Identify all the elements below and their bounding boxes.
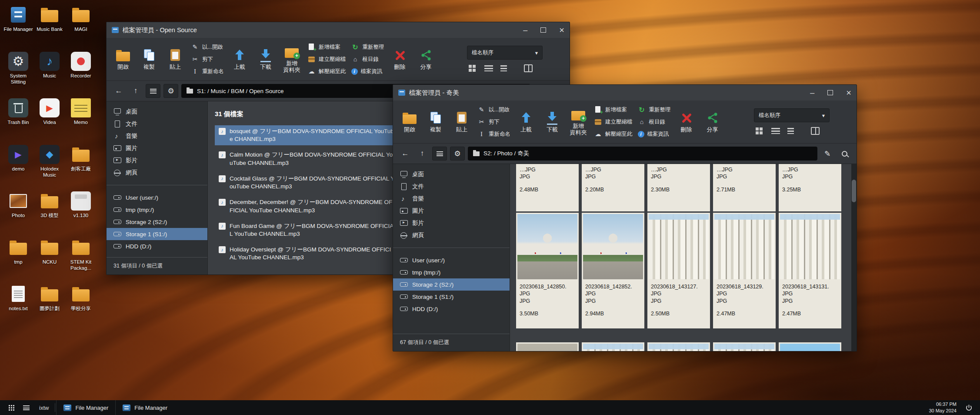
- desktop-icon[interactable]: NCKU: [34, 238, 65, 284]
- clock[interactable]: 06:37 PM 30 May 2024: [929, 401, 957, 414]
- menu-button[interactable]: [432, 147, 447, 161]
- new-file-button[interactable]: 新增檔案: [307, 41, 346, 53]
- extract-here-button[interactable]: ☁ 解壓縮至此: [594, 128, 633, 140]
- sidebar-drive-item[interactable]: tmp (tmp:/): [107, 204, 207, 216]
- open-button[interactable]: 開啟: [113, 48, 133, 70]
- task-menu-button[interactable]: [19, 400, 33, 415]
- sidebar-place-item[interactable]: 影片: [393, 217, 510, 229]
- desktop-icon[interactable]: tmp: [3, 238, 34, 284]
- file-row[interactable]: ♪ Fun Board Game @ フリーBGM DOVA-SYNDROME …: [215, 220, 404, 240]
- delete-button[interactable]: 刪除: [390, 48, 410, 70]
- refresh-button[interactable]: ↻ 重新整理: [351, 41, 384, 53]
- desktop-icon[interactable]: Music Bank: [34, 5, 65, 52]
- copy-button[interactable]: 複製: [425, 111, 446, 133]
- desktop-icon[interactable]: MAGI: [65, 5, 97, 52]
- view-grid-button[interactable]: [467, 64, 477, 73]
- new-file-button[interactable]: 新增檔案: [594, 104, 633, 115]
- file-row[interactable]: ♪ Calm Motion @ フリーBGM DOVA-SYNDROME OFF…: [215, 149, 404, 169]
- view-compact-button[interactable]: [787, 127, 794, 135]
- new-folder-button[interactable]: 新增 資料夾: [568, 107, 589, 136]
- desktop-icon[interactable]: Recorder: [65, 52, 97, 98]
- file-row[interactable]: ♪ December, December! @ フリーBGM DOVA-SYND…: [215, 196, 404, 216]
- desktop-icon[interactable]: 創客工廠: [65, 145, 97, 191]
- root-button[interactable]: ⌂ 根目錄: [351, 54, 384, 65]
- photo-tile[interactable]: [713, 342, 776, 351]
- desktop-icon[interactable]: 學校分享: [65, 284, 97, 331]
- upload-button[interactable]: 上載: [229, 48, 250, 70]
- rename-button[interactable]: I 重新命名: [191, 66, 224, 77]
- desktop-icon[interactable]: 圖夢計劃: [34, 284, 65, 331]
- download-button[interactable]: 下載: [542, 111, 563, 133]
- photo-tile[interactable]: …JPG JPG 2.48MB: [516, 164, 579, 211]
- view-compact-button[interactable]: [500, 64, 507, 73]
- maximize-button[interactable]: [827, 90, 833, 95]
- create-archive-button[interactable]: 建立壓縮檔: [307, 54, 346, 65]
- sidebar-place-item[interactable]: 音樂: [107, 130, 207, 142]
- desktop-icon[interactable]: Music: [34, 52, 65, 98]
- sidebar-place-item[interactable]: 圖片: [107, 142, 207, 154]
- vertical-scrollbar[interactable]: [851, 164, 857, 351]
- copy-button[interactable]: 複製: [139, 48, 160, 70]
- desktop-icon[interactable]: notes.txt: [3, 284, 34, 331]
- edit-path-button[interactable]: ✎: [820, 147, 834, 160]
- paste-button[interactable]: 貼上: [451, 111, 472, 133]
- search-button[interactable]: [837, 147, 851, 160]
- photo-tile[interactable]: …JPG JPG 2.71MB: [713, 164, 776, 211]
- taskbar-app-button[interactable]: File Manager: [56, 400, 115, 415]
- close-button[interactable]: ×: [559, 26, 564, 34]
- sidebar-drive-item[interactable]: HDD (D:/): [393, 303, 510, 315]
- up-button[interactable]: ↑: [129, 84, 143, 97]
- open-button[interactable]: 開啟: [399, 111, 420, 133]
- sort-dropdown[interactable]: 檔名順序 ▾: [467, 46, 543, 60]
- desktop-icon[interactable]: Memo: [65, 98, 97, 145]
- photo-tile[interactable]: 20230618_142852.JPG JPG 2.94MB: [582, 213, 644, 328]
- desktop-icon[interactable]: Photo: [3, 191, 34, 238]
- file-row[interactable]: ♪ Cocktail Glass @ フリーBGM DOVA-SYNDROME …: [215, 173, 404, 193]
- sidebar-place-item[interactable]: 網頁: [107, 167, 207, 179]
- sidebar-place-item[interactable]: 文件: [107, 118, 207, 130]
- sidebar-place-item[interactable]: 圖片: [393, 205, 510, 217]
- view-columns-button[interactable]: [810, 127, 820, 135]
- desktop-icon[interactable]: Trash Bin: [3, 98, 34, 145]
- view-list-button[interactable]: [770, 127, 781, 135]
- sidebar-drive-item[interactable]: Storage 2 (S2:/): [107, 216, 207, 228]
- sidebar-drive-item[interactable]: Storage 2 (S2:/): [393, 278, 510, 291]
- download-button[interactable]: 下載: [255, 48, 276, 70]
- desktop-icon[interactable]: System Slitting: [3, 52, 34, 98]
- up-button[interactable]: ↑: [415, 147, 429, 160]
- photo-tile[interactable]: …JPG JPG 3.25MB: [779, 164, 841, 211]
- refresh-button[interactable]: ↻ 重新整理: [638, 104, 671, 115]
- sort-dropdown[interactable]: 檔名順序 ▾: [754, 108, 830, 122]
- desktop-icon[interactable]: 3D 模型: [34, 191, 65, 238]
- delete-button[interactable]: 刪除: [676, 111, 697, 133]
- close-button[interactable]: ×: [846, 88, 851, 97]
- sidebar-drive-item[interactable]: Storage 1 (S1:/): [107, 228, 207, 240]
- upload-button[interactable]: 上載: [516, 111, 537, 133]
- share-button[interactable]: 分享: [416, 48, 437, 70]
- photo-grid-panel[interactable]: …JPG JPG 2.48MB …JPG JPG 2.20MB …JPG JPG…: [510, 164, 857, 351]
- photo-tile[interactable]: [647, 342, 710, 351]
- paste-button[interactable]: 貼上: [165, 48, 186, 70]
- minimize-button[interactable]: –: [810, 89, 814, 97]
- titlebar[interactable]: 檔案管理員 - Open Source – ×: [107, 22, 570, 38]
- sidebar-place-item[interactable]: 影片: [107, 154, 207, 167]
- share-button[interactable]: 分享: [702, 111, 723, 133]
- create-archive-button[interactable]: 建立壓縮檔: [594, 116, 633, 127]
- maximize-button[interactable]: [540, 27, 546, 33]
- path-input[interactable]: S2: / Photo / 奇美: [468, 147, 817, 161]
- keyboard-layout-indicator[interactable]: ixtw: [34, 405, 54, 411]
- photo-tile[interactable]: 20230618_142850.JPG JPG 3.50MB: [516, 213, 579, 328]
- sidebar-drive-item[interactable]: User (user:/): [107, 191, 207, 204]
- photo-tile[interactable]: [582, 342, 644, 351]
- back-button[interactable]: ←: [112, 84, 126, 97]
- photo-tile[interactable]: 20230618_143129.JPG JPG 2.47MB: [713, 213, 776, 328]
- sidebar-place-item[interactable]: 桌面: [107, 106, 207, 118]
- desktop-icon[interactable]: demo: [3, 145, 34, 191]
- sidebar-drive-item[interactable]: Storage 1 (S1:/): [393, 291, 510, 303]
- root-button[interactable]: ⌂ 根目錄: [638, 116, 671, 127]
- desktop-icon[interactable]: v1.130: [65, 191, 97, 238]
- photo-tile[interactable]: 20230618_143131.JPG JPG 2.47MB: [779, 213, 841, 328]
- taskbar-app-button[interactable]: File Manager: [115, 400, 174, 415]
- sidebar-place-item[interactable]: 網頁: [393, 229, 510, 241]
- photo-tile[interactable]: [779, 342, 841, 351]
